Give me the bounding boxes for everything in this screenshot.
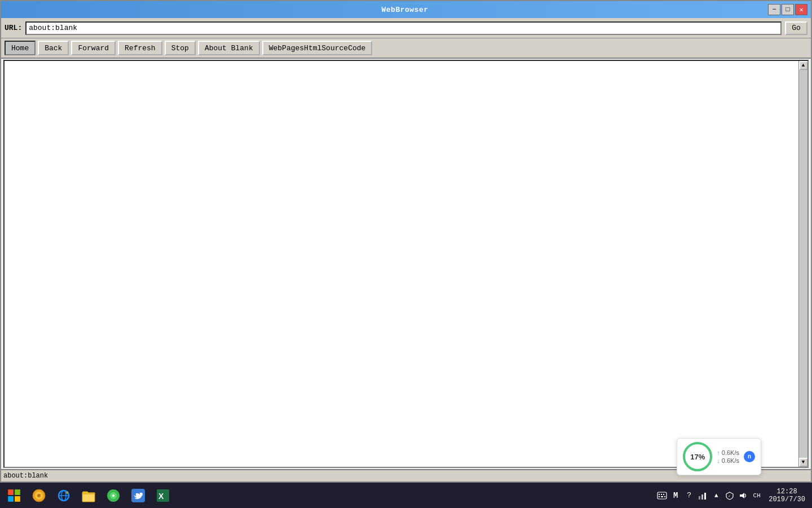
scrollbar-right[interactable]: ▲ ▼ [798, 61, 807, 467]
download-speed: 0.6K/s [722, 457, 739, 464]
file-manager-icon [81, 488, 96, 503]
down-arrow-icon: ↓ [717, 457, 720, 464]
status-text: about:blank [3, 472, 48, 480]
taskbar-bird-app[interactable] [126, 485, 150, 506]
refresh-button[interactable]: Refresh [118, 41, 162, 55]
toolbar: Home Back Forward Refresh Stop About Bla… [1, 38, 811, 59]
up-arrow-icon: ↑ [717, 449, 720, 456]
windows-icon [7, 488, 21, 503]
titlebar: WebBrowser − □ ✕ [1, 1, 811, 18]
clock-area[interactable]: 12:28 2019/7/30 [766, 488, 807, 503]
tray-lang-icon[interactable]: CH [751, 485, 763, 506]
taskbar: e X [0, 483, 812, 508]
download-row: ↓ 0.6K/s [717, 457, 739, 464]
taskbar-ie[interactable]: e [52, 485, 76, 506]
tray-arrow-icon[interactable]: ▲ [710, 485, 722, 506]
back-button[interactable]: Back [38, 41, 69, 55]
svg-rect-25 [699, 496, 700, 500]
svg-text:✓: ✓ [728, 494, 731, 498]
tray-help-icon[interactable]: ? [683, 485, 695, 506]
window-controls: − □ ✕ [768, 4, 807, 15]
svg-rect-20 [661, 494, 662, 495]
svg-rect-1 [15, 489, 20, 495]
tray-network-icon[interactable] [696, 485, 709, 506]
scroll-down-arrow[interactable]: ▼ [799, 458, 808, 467]
svg-rect-21 [663, 494, 664, 495]
home-button[interactable]: Home [5, 41, 36, 55]
tray-icons: M ? ▲ ✓ [656, 485, 763, 506]
ie-icon: e [56, 488, 71, 503]
tray-keyboard-icon[interactable] [656, 485, 668, 506]
excel-icon: X [156, 488, 170, 503]
svg-text:X: X [158, 492, 164, 501]
svg-point-6 [37, 494, 41, 497]
net-speeds: ↑ 0.6K/s ↓ 0.6K/s [717, 449, 739, 464]
net-widget: 17% ↑ 0.6K/s ↓ 0.6K/s n [677, 438, 761, 475]
tray-shield-icon[interactable]: ✓ [723, 485, 736, 506]
browser-window: WebBrowser − □ ✕ URL: Go Home Back Forwa… [0, 0, 812, 483]
svg-point-14 [112, 494, 114, 497]
svg-rect-18 [657, 492, 667, 499]
clock-time: 12:28 [777, 488, 797, 496]
svg-rect-27 [704, 493, 706, 500]
content-area: ▲ ▼ [3, 60, 809, 468]
tray-sound-icon[interactable] [737, 485, 749, 506]
url-input[interactable] [25, 21, 782, 35]
net-blue-dot[interactable]: n [744, 451, 755, 462]
bird-app-icon [131, 488, 145, 503]
system-tray: M ? ▲ ✓ [656, 485, 807, 506]
about-blank-button[interactable]: About Blank [198, 41, 260, 55]
stop-button[interactable]: Stop [165, 41, 196, 55]
taskbar-green-browser[interactable] [102, 485, 125, 506]
scroll-up-arrow[interactable]: ▲ [799, 61, 808, 70]
svg-rect-19 [659, 494, 660, 495]
svg-rect-0 [8, 489, 14, 495]
url-label: URL: [5, 24, 22, 32]
go-button[interactable]: Go [785, 21, 807, 35]
taskbar-excel[interactable]: X [151, 485, 175, 506]
restore-button[interactable]: □ [782, 4, 794, 15]
svg-text:e: e [66, 490, 69, 495]
tray-m-icon[interactable]: M [669, 485, 682, 506]
svg-rect-3 [15, 496, 20, 502]
svg-rect-2 [8, 496, 14, 502]
scroll-track-right[interactable] [799, 70, 807, 458]
antivirus-icon [32, 488, 46, 503]
forward-button[interactable]: Forward [71, 41, 116, 55]
taskbar-antivirus[interactable] [27, 485, 51, 506]
urlbar-area: URL: Go [1, 18, 811, 38]
upload-speed: 0.6K/s [722, 449, 739, 456]
taskbar-file-manager[interactable] [77, 485, 100, 506]
start-button[interactable] [2, 485, 26, 506]
svg-rect-22 [659, 496, 660, 497]
net-percent: 17% [690, 453, 705, 461]
window-title: WebBrowser [42, 6, 768, 14]
green-browser-icon [106, 488, 121, 503]
svg-rect-26 [701, 494, 703, 500]
svg-rect-24 [664, 496, 665, 497]
upload-row: ↑ 0.6K/s [717, 449, 739, 456]
svg-rect-23 [661, 496, 663, 497]
clock-date: 2019/7/30 [769, 496, 805, 503]
close-button[interactable]: ✕ [795, 4, 807, 15]
minimize-button[interactable]: − [768, 4, 780, 15]
source-button[interactable]: WebPagesHtmlSourceCode [262, 41, 373, 55]
svg-marker-29 [740, 493, 744, 498]
net-circle: 17% [683, 442, 712, 471]
